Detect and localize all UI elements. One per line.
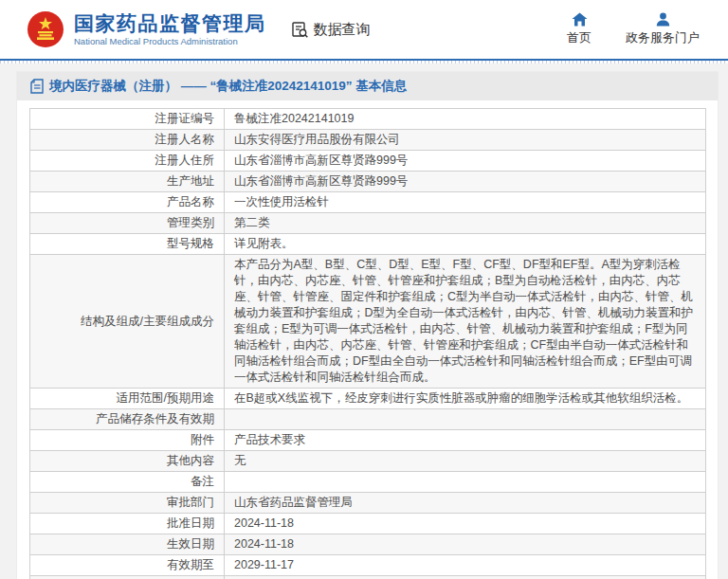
row-label: 附件 (30, 430, 225, 451)
row-value: 在B超或X线监视下，经皮穿刺进行实质性脏器或肿瘤的细胞学活检或其他软组织活检。 (225, 389, 706, 409)
table-row: 结构及组成/主要组成成分本产品分为A型、B型、C型、D型、E型、F型、CF型、D… (30, 255, 706, 389)
table-row: 适用范围/预期用途在B超或X线监视下，经皮穿刺进行实质性脏器或肿瘤的细胞学活检或… (30, 389, 706, 409)
row-label: 有效期至 (30, 555, 225, 576)
data-query-tab[interactable]: 数据查询 (291, 21, 371, 39)
site-header: 国家药品监督管理局 National Medical Products Admi… (0, 0, 728, 59)
document-icon (30, 79, 44, 94)
table-row: 其他内容无 (30, 451, 706, 472)
row-value: 山东省淄博市高新区尊贤路999号 (225, 151, 706, 172)
agency-titles: 国家药品监督管理局 National Medical Products Admi… (74, 12, 266, 46)
row-label: 管理类别 (30, 213, 225, 234)
row-value: 2029-11-17 (225, 555, 706, 576)
table-row: 生产地址山东省淄博市高新区尊贤路999号 (30, 172, 706, 192)
row-label: 产品储存条件及有效期 (30, 409, 225, 430)
agency-name-en: National Medical Products Administration (74, 36, 266, 46)
page-title: 境内医疗器械（注册） —— “鲁械注准20242141019” 基本信息 (49, 78, 407, 95)
row-label: 变更情况 (30, 576, 225, 579)
table-row: 注册证编号鲁械注准20242141019 (30, 109, 706, 130)
table-row: 管理类别第二类 (30, 213, 706, 234)
row-value: 2024-11-18 (225, 534, 706, 555)
info-table-wrap: 注册证编号鲁械注准20242141019注册人名称山东安得医疗用品股份有限公司注… (17, 100, 718, 579)
nav-item-label: 政务服务门户 (626, 29, 700, 46)
row-label: 审批部门 (30, 493, 225, 514)
row-label: 适用范围/预期用途 (30, 389, 225, 409)
document-search-icon (291, 21, 309, 39)
home-icon (572, 12, 588, 27)
national-emblem-icon (27, 10, 64, 48)
table-row: 批准日期2024-11-18 (30, 514, 706, 534)
row-value (225, 472, 706, 493)
table-row: 变更情况 (30, 576, 706, 579)
row-value: 2024-11-18 (225, 514, 706, 534)
info-table: 注册证编号鲁械注准20242141019注册人名称山东安得医疗用品股份有限公司注… (29, 108, 706, 579)
table-row: 注册人名称山东安得医疗用品股份有限公司 (30, 130, 706, 151)
table-row: 注册人住所山东省淄博市高新区尊贤路999号 (30, 151, 706, 172)
agency-name-cn: 国家药品监督管理局 (74, 12, 266, 35)
row-label: 注册人住所 (30, 151, 225, 172)
table-row: 审批部门山东省药品监督管理局 (30, 493, 706, 514)
row-value: 山东省淄博市高新区尊贤路999号 (225, 172, 706, 192)
row-label: 注册人名称 (30, 130, 225, 151)
row-label: 生效日期 (30, 534, 225, 555)
row-label: 产品名称 (30, 192, 225, 213)
header-separator-dots (0, 61, 728, 63)
row-label: 注册证编号 (30, 109, 225, 130)
row-value (225, 576, 706, 579)
row-value: 无 (225, 451, 706, 472)
row-value: 本产品分为A型、B型、C型、D型、E型、F型、CF型、DF型和EF型。A型为穿刺… (225, 255, 706, 389)
content-card: 境内医疗器械（注册） —— “鲁械注准20242141019” 基本信息 注册证… (16, 71, 719, 579)
nav-item-label: 首页 (567, 29, 592, 46)
info-table-body: 注册证编号鲁械注准20242141019注册人名称山东安得医疗用品股份有限公司注… (30, 109, 706, 579)
row-label: 型号规格 (30, 234, 225, 255)
row-value: 山东省药品监督管理局 (225, 493, 706, 514)
row-label: 其他内容 (30, 451, 225, 472)
breadcrumb: 境内医疗器械（注册） —— “鲁械注准20242141019” 基本信息 (17, 72, 718, 100)
table-row: 产品名称一次性使用活检针 (30, 192, 706, 213)
row-value: 产品技术要求 (225, 430, 706, 451)
row-label: 生产地址 (30, 172, 225, 192)
data-query-label: 数据查询 (314, 21, 371, 39)
row-value: 详见附表。 (225, 234, 706, 255)
header-nav: 首页 政务服务门户 (567, 12, 700, 46)
table-row: 型号规格详见附表。 (30, 234, 706, 255)
row-value: 山东安得医疗用品股份有限公司 (225, 130, 706, 151)
row-value: 一次性使用活检针 (225, 192, 706, 213)
row-value: 鲁械注准20242141019 (225, 109, 706, 130)
row-value (225, 409, 706, 430)
row-label: 批准日期 (30, 514, 225, 534)
row-value: 第二类 (225, 213, 706, 234)
agency-logo[interactable]: 国家药品监督管理局 National Medical Products Admi… (27, 10, 266, 48)
row-label: 备注 (30, 472, 225, 493)
table-row: 附件产品技术要求 (30, 430, 706, 451)
nav-item-home[interactable]: 首页 (567, 12, 592, 46)
row-label: 结构及组成/主要组成成分 (30, 255, 225, 389)
table-row: 有效期至2029-11-17 (30, 555, 706, 576)
table-row: 备注 (30, 472, 706, 493)
table-row: 生效日期2024-11-18 (30, 534, 706, 555)
table-row: 产品储存条件及有效期 (30, 409, 706, 430)
nav-item-portal[interactable]: 政务服务门户 (626, 12, 700, 46)
user-icon (656, 12, 670, 27)
